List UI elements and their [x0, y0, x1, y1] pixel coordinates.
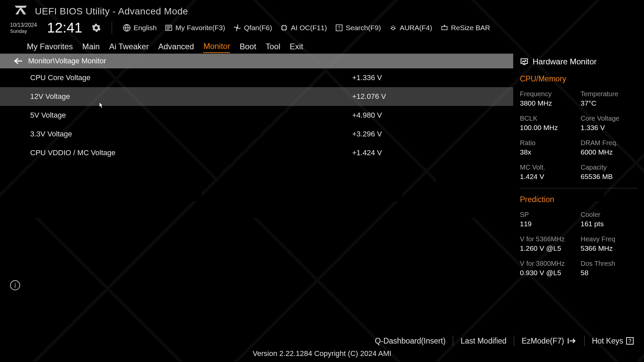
metric-label: Dos Thresh	[581, 260, 637, 267]
metric-label: Capacity	[581, 164, 637, 171]
nav-tabs: My FavoritesMainAi TweakerAdvancedMonito…	[0, 40, 644, 54]
svg-rect-7	[442, 26, 447, 30]
nav-tab-ai-tweaker[interactable]: Ai Tweaker	[109, 41, 149, 53]
voltage-label: CPU VDDIO / MC Voltage	[30, 148, 352, 157]
time-text: 12:41	[47, 20, 82, 36]
hardware-monitor-sidebar: Hardware Monitor CPU/MemoryFrequency3800…	[513, 54, 644, 282]
divider	[520, 188, 637, 188]
ai-oc-button[interactable]: AI OC(F11)	[280, 24, 327, 32]
search-button[interactable]: ? Search(F9)	[335, 24, 381, 32]
metric-value: 1.336 V	[581, 124, 637, 132]
metric: V for 3800MHz0.930 V @L5	[520, 260, 577, 277]
metric-label: V for 3800MHz	[520, 260, 577, 267]
metric-value: 65536 MB	[581, 173, 637, 181]
metric-grid: Frequency3800 MHzTemperature37°CBCLK100.…	[520, 90, 637, 181]
metric-value: 58	[581, 269, 637, 277]
aura-button[interactable]: AURA(F4)	[389, 24, 432, 32]
metric-value: 119	[520, 220, 577, 228]
svg-rect-8	[521, 59, 528, 63]
gear-icon[interactable]	[92, 23, 101, 33]
date-block: 10/13/2024 Sunday	[10, 22, 37, 34]
sidebar-header: Hardware Monitor	[520, 57, 637, 66]
metric-value: 0.930 V @L5	[520, 269, 577, 277]
qfan-label: Qfan(F6)	[244, 24, 272, 32]
breadcrumb-bar[interactable]: Monitor\Voltage Monitor	[0, 54, 513, 68]
metric: SP119	[520, 211, 577, 228]
metric-label: SP	[520, 211, 577, 219]
metric: MC Volt.1.424 V	[520, 164, 577, 181]
svg-rect-3	[282, 26, 286, 30]
bottom-actions: Q-Dashboard(Insert) Last Modified EzMode…	[375, 336, 634, 346]
resize-bar-button[interactable]: ReSize BAR	[440, 24, 490, 32]
svg-point-6	[392, 27, 394, 30]
qfan-button[interactable]: Qfan(F6)	[233, 24, 272, 32]
sidebar-section-title: Prediction	[520, 195, 637, 204]
metric-label: BCLK	[520, 115, 577, 122]
separator	[584, 336, 585, 346]
ez-mode-button[interactable]: EzMode(F7)	[522, 337, 577, 346]
metric-label: V for 5366MHz	[520, 235, 577, 243]
metric-value: 1.424 V	[520, 173, 577, 181]
nav-tab-advanced[interactable]: Advanced	[158, 41, 194, 53]
metric: Ratio38x	[520, 139, 577, 156]
nav-tab-main[interactable]: Main	[82, 41, 100, 53]
breadcrumb-text: Monitor\Voltage Monitor	[28, 57, 106, 65]
aura-label: AURA(F4)	[400, 24, 432, 32]
voltage-value: +1.424 V	[352, 148, 382, 157]
voltage-row[interactable]: 5V Voltage+4.980 V	[0, 106, 513, 125]
voltage-label: 3.3V Voltage	[30, 130, 352, 138]
sun-icon	[389, 24, 397, 32]
monitor-icon	[520, 57, 529, 66]
svg-point-2	[236, 27, 238, 29]
svg-text:?: ?	[629, 338, 632, 344]
metric: DRAM Freq.6000 MHz	[581, 139, 637, 156]
metric: V for 5366MHz1.260 V @L5	[520, 235, 577, 252]
page-title: UEFI BIOS Utility - Advanced Mode	[35, 6, 188, 17]
voltage-row[interactable]: 3.3V Voltage+3.296 V	[0, 125, 513, 143]
nav-tab-my-favorites[interactable]: My Favorites	[27, 41, 73, 53]
language-label: English	[133, 24, 157, 32]
metric-value: 100.00 MHz	[520, 124, 577, 132]
metric: Dos Thresh58	[581, 260, 637, 277]
metric-label: Heavy Freq	[581, 235, 637, 243]
separator	[453, 336, 453, 346]
nav-tab-boot[interactable]: Boot	[239, 41, 256, 53]
info-icon: i	[10, 280, 20, 290]
header: UEFI BIOS Utility - Advanced Mode	[0, 0, 644, 20]
metric-value: 1.260 V @L5	[520, 244, 577, 252]
metric: Cooler161 pts	[581, 211, 637, 228]
metric-value: 5366 MHz	[581, 244, 637, 252]
brand-logo-icon	[13, 4, 28, 16]
list-icon	[165, 24, 173, 32]
metric-label: Ratio	[520, 139, 577, 147]
ai-oc-label: AI OC(F11)	[291, 24, 327, 32]
svg-text:?: ?	[338, 25, 340, 31]
globe-icon	[123, 24, 131, 32]
version-text: Version 2.22.1284 Copyright (C) 2024 AMI	[0, 349, 644, 358]
nav-tab-monitor[interactable]: Monitor	[203, 40, 230, 53]
last-modified-button[interactable]: Last Modified	[461, 337, 506, 346]
metric-value: 38x	[520, 148, 577, 156]
voltage-label: 5V Voltage	[30, 111, 352, 120]
help-icon: ?	[335, 24, 343, 32]
my-favorite-button[interactable]: My Favorite(F3)	[165, 24, 225, 32]
back-arrow-icon[interactable]	[13, 57, 23, 65]
q-dashboard-button[interactable]: Q-Dashboard(Insert)	[375, 337, 445, 346]
hot-keys-button[interactable]: Hot Keys ?	[592, 337, 634, 346]
voltage-row[interactable]: CPU Core Voltage+1.336 V	[0, 68, 513, 87]
date-text: 10/13/2024	[10, 22, 37, 28]
voltage-row[interactable]: 12V Voltage+12.076 V	[0, 87, 513, 106]
voltage-row[interactable]: CPU VDDIO / MC Voltage+1.424 V	[0, 143, 513, 162]
question-icon: ?	[626, 337, 634, 345]
sidebar-section-title: CPU/Memory	[520, 74, 637, 83]
day-text: Sunday	[10, 28, 37, 34]
language-button[interactable]: English	[123, 24, 157, 32]
my-favorite-label: My Favorite(F3)	[175, 24, 225, 32]
nav-tab-exit[interactable]: Exit	[290, 41, 303, 53]
metric-label: Frequency	[520, 90, 577, 98]
separator	[514, 336, 514, 346]
metric-label: MC Volt.	[520, 164, 577, 171]
nav-tab-tool[interactable]: Tool	[266, 41, 280, 53]
enter-icon	[567, 337, 577, 345]
metric-label: Cooler	[581, 211, 637, 219]
